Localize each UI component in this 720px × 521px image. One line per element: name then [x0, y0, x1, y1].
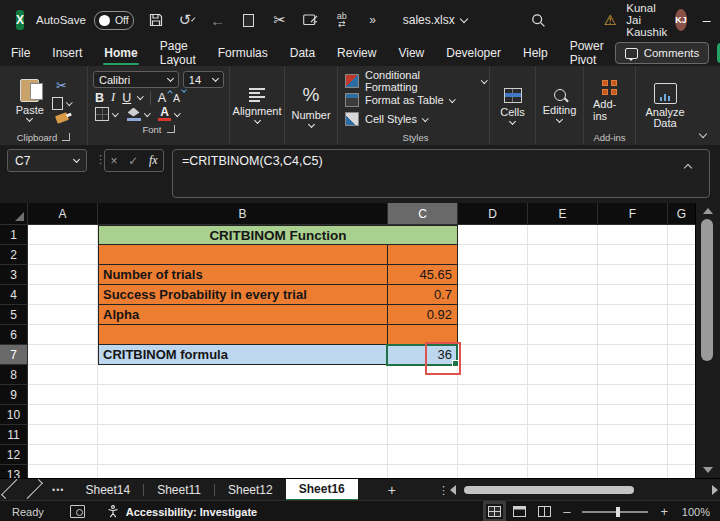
- prev-sheet-icon[interactable]: [1, 479, 21, 499]
- tab-review[interactable]: Review: [326, 40, 387, 66]
- increase-font-button[interactable]: A: [158, 91, 166, 105]
- warning-icon[interactable]: ⚠: [604, 12, 617, 28]
- save-icon[interactable]: [148, 12, 164, 28]
- sheet-tab-sheet11[interactable]: Sheet11: [144, 479, 214, 501]
- cell[interactable]: [28, 345, 98, 365]
- cell[interactable]: [528, 265, 598, 285]
- cell[interactable]: [28, 465, 98, 478]
- cell[interactable]: [28, 425, 98, 445]
- tab-page-layout[interactable]: Page Layout: [149, 40, 207, 66]
- cell[interactable]: [668, 465, 696, 478]
- scroll-right-icon[interactable]: [712, 485, 718, 495]
- cell[interactable]: [98, 465, 388, 478]
- cell[interactable]: [598, 225, 668, 245]
- cell[interactable]: [528, 325, 598, 345]
- search-icon[interactable]: [531, 12, 546, 28]
- cell[interactable]: [28, 405, 98, 425]
- cell[interactable]: [28, 305, 98, 325]
- cell[interactable]: [28, 445, 98, 465]
- cell-B1-title[interactable]: CRITBINOM Function: [98, 225, 458, 245]
- cell[interactable]: [28, 225, 98, 245]
- cell[interactable]: [528, 445, 598, 465]
- tab-developer[interactable]: Developer: [435, 40, 512, 66]
- user-avatar[interactable]: KJ: [675, 9, 687, 31]
- cell[interactable]: [388, 385, 458, 405]
- alignment-group[interactable]: Alignment: [230, 66, 285, 145]
- new-sheet-button[interactable]: +: [388, 482, 396, 498]
- cell[interactable]: [598, 405, 668, 425]
- sheet-options-icon[interactable]: ⋮: [438, 484, 449, 497]
- underline-button[interactable]: U: [122, 91, 131, 105]
- cell[interactable]: [528, 245, 598, 265]
- cell[interactable]: [668, 445, 696, 465]
- macro-record-icon[interactable]: [70, 505, 85, 518]
- cell[interactable]: [28, 385, 98, 405]
- cell[interactable]: [598, 385, 668, 405]
- scroll-up-icon[interactable]: [703, 208, 713, 214]
- analyze-data-button[interactable]: Analyze Data: [639, 70, 691, 145]
- tab-power-pivot[interactable]: Power Pivot: [559, 40, 615, 66]
- cell[interactable]: [98, 365, 388, 385]
- row-header-7[interactable]: 7: [0, 345, 28, 365]
- scroll-down-icon[interactable]: [703, 467, 713, 473]
- horizontal-scroll-thumb[interactable]: [464, 486, 634, 494]
- formula-input[interactable]: =CRITBINOM(C3,C4,C5): [172, 149, 710, 198]
- comments-button[interactable]: Comments: [615, 42, 710, 64]
- cell[interactable]: [598, 285, 668, 305]
- cell[interactable]: [28, 365, 98, 385]
- cell[interactable]: [458, 285, 528, 305]
- col-header-B[interactable]: B: [98, 203, 388, 225]
- sheet-tab-sheet12[interactable]: Sheet12: [215, 479, 286, 501]
- cut-icon[interactable]: ✂: [272, 12, 288, 28]
- zoom-slider[interactable]: [582, 511, 648, 513]
- tab-home[interactable]: Home: [93, 40, 148, 66]
- bold-button[interactable]: B: [95, 91, 104, 105]
- tab-formulas[interactable]: Formulas: [207, 40, 279, 66]
- cell[interactable]: [668, 285, 696, 305]
- row-header-6[interactable]: 6: [0, 325, 28, 345]
- format-painter-button[interactable]: [55, 112, 69, 124]
- cell[interactable]: [98, 425, 388, 445]
- cell[interactable]: [458, 365, 528, 385]
- cell[interactable]: [458, 245, 528, 265]
- replace-icon[interactable]: ab⇄: [334, 12, 350, 28]
- clipboard-dialog-launcher[interactable]: [62, 133, 70, 141]
- italic-button[interactable]: I: [111, 90, 115, 105]
- vertical-scroll-thumb[interactable]: [701, 219, 713, 361]
- accessibility-status[interactable]: Accessibility: Investigate: [126, 506, 257, 518]
- cell[interactable]: [528, 465, 598, 478]
- cell[interactable]: [458, 325, 528, 345]
- name-box[interactable]: C7: [7, 149, 87, 172]
- cell[interactable]: [598, 245, 668, 265]
- all-sheets-icon[interactable]: •••: [52, 485, 64, 495]
- zoom-in-icon[interactable]: +: [660, 504, 668, 519]
- collapse-formula-bar-icon[interactable]: [684, 164, 692, 172]
- cell[interactable]: [668, 345, 696, 365]
- cell-C5[interactable]: 0.92: [388, 305, 458, 325]
- cell[interactable]: [668, 225, 696, 245]
- cell[interactable]: [98, 405, 388, 425]
- font-size-select[interactable]: 14: [183, 71, 224, 88]
- format-as-table-button[interactable]: Format as Table: [345, 91, 486, 109]
- cell-B2[interactable]: [98, 245, 388, 265]
- cell[interactable]: [668, 365, 696, 385]
- cell[interactable]: [668, 265, 696, 285]
- tab-file[interactable]: File: [0, 40, 41, 66]
- cell[interactable]: [28, 325, 98, 345]
- cell[interactable]: [28, 265, 98, 285]
- cell-B7[interactable]: CRITBINOM formula: [98, 345, 388, 365]
- row-header-10[interactable]: 10: [0, 405, 28, 425]
- minimize-button[interactable]: –: [687, 0, 720, 40]
- cell-B3[interactable]: Number of trials: [98, 265, 388, 285]
- row-header-8[interactable]: 8: [0, 365, 28, 385]
- cell[interactable]: [598, 425, 668, 445]
- zoom-slider-knob[interactable]: [616, 507, 620, 517]
- cell[interactable]: [668, 305, 696, 325]
- cell[interactable]: [598, 305, 668, 325]
- cell[interactable]: [528, 225, 598, 245]
- copy-icon[interactable]: [241, 12, 257, 28]
- cell[interactable]: [458, 385, 528, 405]
- cell[interactable]: [28, 285, 98, 305]
- cell-C6[interactable]: [388, 325, 458, 345]
- qat-overflow-icon[interactable]: »: [365, 12, 381, 28]
